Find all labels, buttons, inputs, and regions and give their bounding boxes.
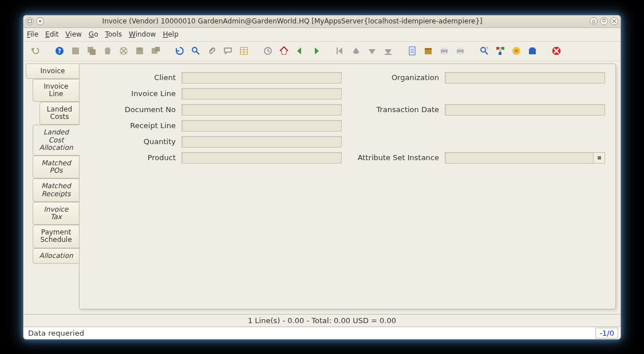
window-menu-icon[interactable] [26, 17, 34, 25]
svg-line-17 [196, 51, 199, 54]
prev-record-icon[interactable] [350, 45, 362, 57]
organization-label: Organization [347, 73, 439, 82]
tab-invoice-tax[interactable]: Invoice Tax [33, 202, 79, 225]
tab-invoice[interactable]: Invoice [26, 63, 79, 79]
svg-point-37 [481, 47, 485, 52]
new-icon[interactable] [69, 45, 82, 57]
last-record-icon[interactable] [382, 45, 394, 57]
svg-rect-0 [28, 19, 31, 23]
save-icon[interactable] [133, 45, 146, 57]
attribute-set-instance-label: Attribute Set Instance [347, 153, 439, 162]
document-no-field[interactable] [181, 104, 342, 116]
help-icon[interactable]: ? [53, 45, 66, 57]
refresh-icon[interactable] [173, 45, 186, 57]
print-preview-icon[interactable] [438, 45, 451, 57]
history-icon[interactable] [262, 45, 274, 57]
quantity-field[interactable] [181, 136, 342, 148]
window-pin-icon[interactable] [36, 17, 44, 25]
attribute-set-instance-field[interactable] [445, 152, 594, 164]
delete-selection-icon[interactable] [117, 45, 130, 57]
svg-rect-36 [458, 52, 463, 54]
save-create-icon[interactable] [149, 45, 162, 57]
print-icon[interactable] [454, 45, 467, 57]
svg-rect-35 [458, 47, 463, 50]
back-icon[interactable] [294, 45, 306, 57]
svg-rect-10 [90, 49, 96, 55]
copy-icon[interactable] [85, 45, 98, 57]
archive-icon[interactable] [422, 45, 434, 57]
form-panel: Client Organization Invoice Line Documen… [79, 63, 616, 309]
tab-matched-pos[interactable]: Matched POs [33, 156, 79, 178]
receipt-line-label: Receipt Line [90, 121, 176, 130]
tab-payment-schedule[interactable]: Payment Schedule [33, 225, 79, 248]
organization-field[interactable] [445, 72, 605, 83]
end-icon[interactable] [550, 45, 563, 57]
menu-edit[interactable]: Edit [45, 30, 58, 38]
first-record-icon[interactable] [334, 45, 346, 57]
grid-toggle-icon[interactable] [238, 45, 250, 57]
receipt-line-field[interactable] [181, 120, 342, 132]
tab-invoice-line[interactable]: Invoice Line [33, 79, 79, 102]
next-record-icon[interactable] [366, 45, 378, 57]
undo-icon[interactable] [29, 45, 42, 57]
close-button[interactable] [610, 17, 618, 25]
status-message: Data requeried [26, 329, 595, 337]
svg-point-16 [192, 47, 197, 52]
workflow-icon[interactable] [494, 45, 507, 57]
attachment-icon[interactable] [206, 45, 218, 57]
tab-landed-cost-allocation[interactable]: Landed Cost Allocation [33, 125, 80, 156]
delete-icon[interactable] [101, 45, 114, 57]
menu-file[interactable]: File [27, 30, 38, 38]
tab-landed-costs[interactable]: Landed Costs [39, 102, 79, 125]
home-icon[interactable] [278, 45, 290, 57]
svg-rect-30 [425, 48, 432, 50]
svg-rect-46 [530, 47, 535, 49]
menu-help[interactable]: Help [163, 30, 178, 38]
find-icon[interactable] [189, 45, 202, 57]
menu-tools[interactable]: Tools [105, 30, 122, 38]
svg-rect-8 [72, 47, 79, 54]
toolbar: ? [23, 42, 621, 61]
svg-rect-50 [598, 156, 601, 160]
menu-view[interactable]: View [65, 30, 81, 38]
app-window: Invoice (Vendor) 10000010 GardenAdmin@Ga… [23, 15, 621, 340]
svg-rect-32 [442, 47, 447, 50]
client-field[interactable] [181, 72, 342, 83]
zoom-across-icon[interactable] [478, 45, 491, 57]
product-field[interactable] [181, 152, 342, 164]
content-area: Invoice Invoice Line Landed Costs Landed… [23, 61, 621, 314]
svg-rect-40 [501, 47, 504, 50]
svg-line-38 [485, 51, 488, 54]
invoice-line-label: Invoice Line [90, 89, 176, 98]
client-label: Client [90, 73, 176, 82]
minimize-button[interactable] [590, 17, 598, 25]
tab-allocation[interactable]: Allocation [33, 248, 79, 264]
quantity-label: Quantity [90, 137, 176, 146]
chat-icon[interactable] [222, 45, 234, 57]
report-icon[interactable] [406, 45, 418, 57]
svg-rect-45 [529, 49, 536, 54]
window-title: Invoice (Vendor) 10000010 GardenAdmin@Ga… [102, 17, 483, 25]
svg-rect-39 [496, 47, 499, 50]
svg-text:?: ? [58, 47, 61, 55]
tab-matched-receipts[interactable]: Matched Receipts [33, 178, 79, 201]
request-icon[interactable] [510, 45, 523, 57]
svg-rect-41 [499, 52, 501, 55]
invoice-line-field[interactable] [181, 88, 342, 100]
menubar: File Edit View Go Tools Window Help [23, 28, 621, 42]
maximize-button[interactable] [600, 17, 608, 25]
sidebar-tabs: Invoice Invoice Line Landed Costs Landed… [23, 61, 79, 314]
status-bar: Data requeried -1/0 [23, 327, 621, 339]
product-info-icon[interactable] [526, 45, 539, 57]
titlebar: Invoice (Vendor) 10000010 GardenAdmin@Ga… [23, 15, 621, 28]
product-label: Product [90, 153, 176, 162]
attribute-set-instance-button[interactable] [594, 152, 605, 164]
forward-icon[interactable] [310, 45, 322, 57]
menu-go[interactable]: Go [89, 30, 98, 38]
transaction-date-label: Transaction Date [347, 105, 439, 114]
record-position: -1/0 [595, 328, 618, 339]
svg-rect-13 [138, 47, 141, 50]
menu-window[interactable]: Window [129, 30, 156, 38]
transaction-date-field[interactable] [445, 104, 605, 116]
summary-bar: 1 Line(s) - 0.00 - Total: 0.00 USD = 0.0… [23, 314, 621, 327]
